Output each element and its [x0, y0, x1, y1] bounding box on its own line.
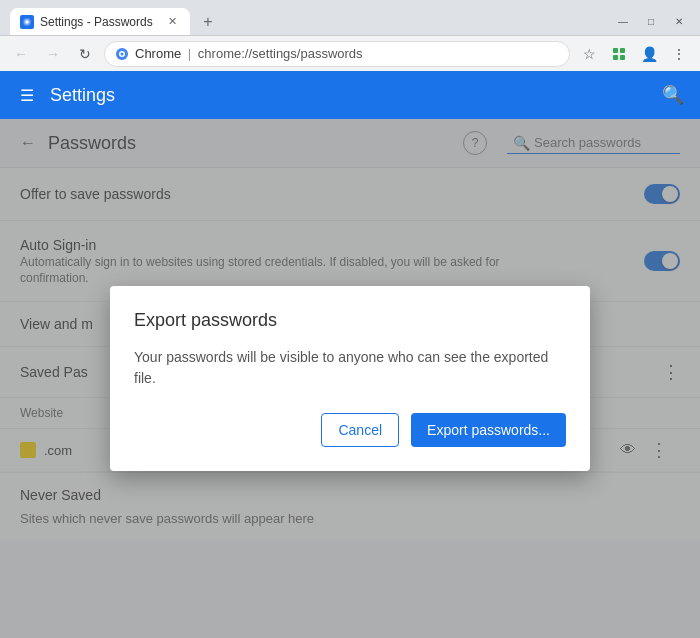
address-right-icons: ☆ 👤 ⋮ [576, 41, 692, 67]
back-button[interactable]: ← [8, 41, 34, 67]
export-passwords-button[interactable]: Export passwords... [411, 413, 566, 447]
modal-overlay: Export passwords Your passwords will be … [0, 119, 700, 638]
forward-button[interactable]: → [40, 41, 66, 67]
tab-title: Settings - Passwords [40, 15, 158, 29]
bookmark-icon[interactable]: ☆ [576, 41, 602, 67]
menu-icon[interactable]: ⋮ [666, 41, 692, 67]
page-content: ← Passwords ? 🔍 Offer to save passwords [0, 119, 700, 638]
address-text: Chrome | chrome://settings/passwords [135, 46, 559, 61]
address-separator: | [184, 46, 195, 61]
tab-favicon [20, 15, 34, 29]
svg-rect-8 [620, 55, 625, 60]
tab-close-button[interactable]: ✕ [164, 14, 180, 30]
svg-rect-5 [613, 48, 618, 53]
settings-header: ☰ Settings 🔍 [0, 71, 700, 119]
site-icon [115, 47, 129, 61]
export-passwords-modal: Export passwords Your passwords will be … [110, 286, 590, 471]
svg-point-4 [121, 52, 124, 55]
reload-button[interactable]: ↻ [72, 41, 98, 67]
cancel-button[interactable]: Cancel [321, 413, 399, 447]
active-tab[interactable]: Settings - Passwords ✕ [10, 8, 190, 35]
svg-rect-7 [613, 55, 618, 60]
minimize-button[interactable]: — [610, 13, 636, 31]
settings-title: Settings [50, 85, 650, 106]
extensions-icon[interactable] [606, 41, 632, 67]
title-bar: Settings - Passwords ✕ + — □ ✕ [0, 0, 700, 35]
address-bar: ← → ↻ Chrome | chrome://settings/passwor… [0, 35, 700, 71]
settings-search-icon[interactable]: 🔍 [662, 84, 684, 106]
modal-body: Your passwords will be visible to anyone… [134, 347, 566, 389]
window-close-button[interactable]: ✕ [666, 13, 692, 31]
hamburger-menu[interactable]: ☰ [16, 82, 38, 109]
svg-rect-6 [620, 48, 625, 53]
maximize-button[interactable]: □ [638, 13, 664, 31]
window-controls: — □ ✕ [602, 8, 700, 35]
new-tab-button[interactable]: + [194, 8, 222, 35]
address-input[interactable]: Chrome | chrome://settings/passwords [104, 41, 570, 67]
svg-point-1 [25, 20, 28, 23]
profile-icon[interactable]: 👤 [636, 41, 662, 67]
modal-actions: Cancel Export passwords... [134, 413, 566, 447]
window-frame: Settings - Passwords ✕ + — □ ✕ ← → ↻ Chr… [0, 0, 700, 638]
modal-title: Export passwords [134, 310, 566, 331]
site-name: Chrome [135, 46, 181, 61]
address-path: chrome://settings/passwords [198, 46, 363, 61]
tab-strip: Settings - Passwords ✕ + [0, 8, 602, 35]
